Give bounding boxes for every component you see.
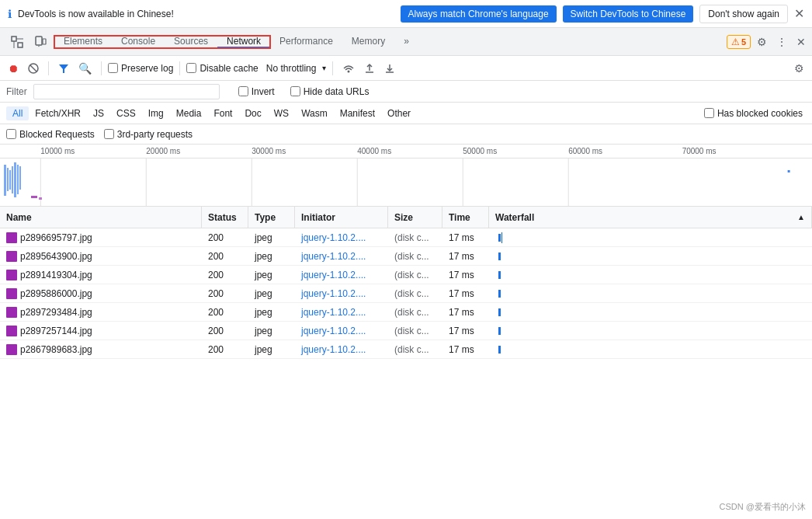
- filter-type-font[interactable]: Font: [207, 106, 238, 120]
- info-icon: ℹ: [8, 8, 12, 20]
- tabs-left-icons: [3, 34, 54, 50]
- third-party-label[interactable]: 3rd-party requests: [104, 129, 193, 140]
- th-type[interactable]: Type: [248, 207, 295, 228]
- filter-type-other[interactable]: Other: [381, 106, 417, 120]
- svg-rect-22: [7, 168, 9, 191]
- record-button[interactable]: ⏺: [5, 61, 22, 76]
- device-toolbar-button[interactable]: [31, 34, 50, 50]
- blocked-requests-label[interactable]: Blocked Requests: [6, 129, 95, 140]
- td-status-0: 200: [202, 228, 248, 246]
- td-type-5: jpeg: [248, 322, 295, 340]
- td-initiator-3: jquery-1.10.2....: [295, 284, 388, 302]
- svg-rect-0: [12, 37, 16, 41]
- devtools-close-button[interactable]: ✕: [793, 34, 809, 50]
- has-blocked-cookies-label[interactable]: Has blocked cookies: [704, 108, 803, 119]
- filter-type-css[interactable]: CSS: [110, 106, 142, 120]
- table-row[interactable]: p2896695797.jpg 200 jpeg jquery-1.10.2..…: [0, 228, 812, 247]
- tab-more[interactable]: »: [394, 28, 418, 55]
- svg-rect-27: [19, 166, 21, 190]
- hide-data-urls-label[interactable]: Hide data URLs: [290, 86, 370, 97]
- filter-button[interactable]: [55, 61, 72, 75]
- td-initiator-1: jquery-1.10.2....: [295, 247, 388, 265]
- has-blocked-cookies-checkbox[interactable]: [704, 108, 714, 118]
- switch-chinese-button[interactable]: Switch DevTools to Chinese: [563, 5, 694, 23]
- td-initiator-5: jquery-1.10.2....: [295, 322, 388, 340]
- row-icon-2: [6, 270, 17, 280]
- tab-performance[interactable]: Performance: [270, 28, 342, 55]
- warning-icon: ⚠: [731, 37, 740, 47]
- network-settings-button[interactable]: ⚙: [791, 61, 807, 76]
- td-initiator-6: jquery-1.10.2....: [295, 340, 388, 358]
- filter-type-ws[interactable]: WS: [268, 106, 295, 120]
- filter-type-all[interactable]: All: [6, 106, 29, 120]
- disable-cache-label[interactable]: Disable cache: [186, 63, 258, 74]
- blocked-requests-checkbox[interactable]: [6, 129, 16, 139]
- third-party-checkbox[interactable]: [104, 129, 114, 139]
- dont-show-again-button[interactable]: Don't show again: [699, 5, 788, 23]
- table-row[interactable]: p2895886000.jpg 200 jpeg jquery-1.10.2..…: [0, 284, 812, 303]
- tab-console[interactable]: Console: [112, 36, 165, 48]
- notification-bar: ℹ DevTools is now available in Chinese! …: [0, 0, 812, 28]
- preserve-log-label[interactable]: Preserve log: [108, 63, 173, 74]
- download-icon-button[interactable]: [381, 61, 398, 75]
- tab-memory[interactable]: Memory: [342, 28, 394, 55]
- timeline-mark-20000: 20000 ms: [146, 147, 180, 155]
- hide-data-urls-checkbox[interactable]: [290, 86, 300, 96]
- invert-checkbox-label[interactable]: Invert: [238, 86, 275, 97]
- throttle-select[interactable]: No throttling: [266, 63, 326, 74]
- filter-input[interactable]: [33, 84, 220, 99]
- th-status[interactable]: Status: [202, 207, 248, 228]
- filter-type-js[interactable]: JS: [87, 106, 110, 120]
- waterfall-bar-3: [498, 290, 501, 298]
- toolbar-sep-2: [101, 61, 102, 75]
- filter-type-media[interactable]: Media: [170, 106, 208, 120]
- th-waterfall[interactable]: Waterfall ▲: [489, 207, 812, 228]
- svg-rect-30: [788, 170, 790, 172]
- notification-close-button[interactable]: ✕: [794, 6, 804, 21]
- th-initiator[interactable]: Initiator: [295, 207, 388, 228]
- td-size-2: (disk c...: [388, 266, 442, 284]
- table-row[interactable]: p2897293484.jpg 200 jpeg jquery-1.10.2..…: [0, 303, 812, 322]
- inspector-icon-button[interactable]: [8, 34, 26, 50]
- filter-type-img[interactable]: Img: [142, 106, 170, 120]
- td-time-2: 17 ms: [442, 266, 489, 284]
- filter-type-doc[interactable]: Doc: [238, 106, 267, 120]
- filter-type-fetch[interactable]: Fetch/XHR: [29, 106, 87, 120]
- table-row[interactable]: p2897257144.jpg 200 jpeg jquery-1.10.2..…: [0, 322, 812, 340]
- online-icon-button[interactable]: [339, 61, 358, 75]
- invert-checkbox[interactable]: [238, 86, 248, 96]
- table-row[interactable]: p2891419304.jpg 200 jpeg jquery-1.10.2..…: [0, 266, 812, 284]
- svg-point-10: [347, 70, 349, 72]
- filter-types-row: All Fetch/XHR JS CSS Img Media Font Doc …: [0, 103, 812, 124]
- filter-type-wasm[interactable]: Wasm: [295, 106, 334, 120]
- match-language-button[interactable]: Always match Chrome's language: [401, 5, 557, 23]
- warning-badge[interactable]: ⚠ 5: [727, 35, 751, 49]
- toolbar-sep-4: [332, 61, 333, 75]
- th-size[interactable]: Size: [388, 207, 442, 228]
- upload-icon-button[interactable]: [361, 61, 378, 75]
- disable-cache-checkbox[interactable]: [186, 63, 196, 73]
- td-time-5: 17 ms: [442, 322, 489, 340]
- throttle-wrap[interactable]: No throttling: [266, 63, 326, 74]
- search-button[interactable]: 🔍: [75, 61, 95, 76]
- td-size-1: (disk c...: [388, 247, 442, 265]
- devtools-settings-button[interactable]: ⚙: [754, 34, 770, 50]
- tab-sources[interactable]: Sources: [165, 36, 217, 48]
- devtools-more-button[interactable]: ⋮: [773, 34, 790, 50]
- notification-text: DevTools is now available in Chinese!: [18, 9, 394, 19]
- preserve-log-checkbox[interactable]: [108, 63, 118, 73]
- td-initiator-4: jquery-1.10.2....: [295, 303, 388, 321]
- filter-label: Filter: [6, 86, 27, 97]
- table-row[interactable]: p2895643900.jpg 200 jpeg jquery-1.10.2..…: [0, 247, 812, 266]
- tab-elements[interactable]: Elements: [54, 36, 112, 48]
- table-row[interactable]: p2867989683.jpg 200 jpeg jquery-1.10.2..…: [0, 340, 812, 359]
- td-type-4: jpeg: [248, 303, 295, 321]
- td-status-4: 200: [202, 303, 248, 321]
- tab-network[interactable]: Network: [217, 36, 270, 48]
- th-time[interactable]: Time: [442, 207, 489, 228]
- svg-rect-24: [12, 166, 13, 193]
- th-name[interactable]: Name: [0, 207, 202, 228]
- waterfall-bar-4: [498, 308, 501, 316]
- clear-button[interactable]: [25, 61, 42, 75]
- filter-type-manifest[interactable]: Manifest: [334, 106, 381, 120]
